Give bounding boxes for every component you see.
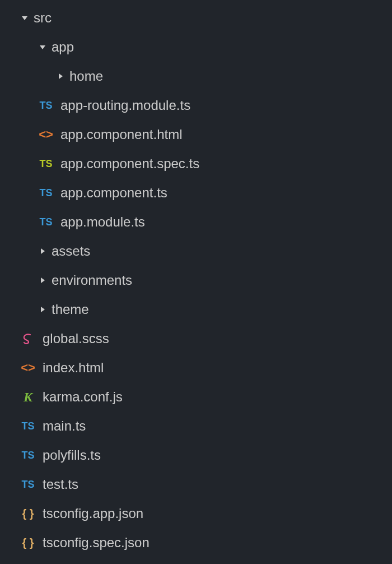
- chevron-right-icon: [37, 306, 48, 313]
- karma-icon: K: [19, 390, 37, 405]
- typescript-icon: TS: [19, 450, 37, 461]
- scss-icon: [19, 332, 37, 345]
- file-test-ts[interactable]: TS test.ts: [0, 470, 392, 499]
- file-label: tsconfig.spec.json: [43, 535, 150, 551]
- file-label: tsconfig.app.json: [43, 506, 143, 521]
- file-app-module[interactable]: TS app.module.ts: [0, 207, 392, 237]
- json-icon: { }: [19, 507, 37, 520]
- folder-assets[interactable]: assets: [0, 237, 392, 266]
- chevron-down-icon: [37, 44, 48, 50]
- folder-label: environments: [52, 272, 132, 288]
- folder-app[interactable]: app: [0, 33, 392, 62]
- file-index-html[interactable]: <> index.html: [0, 353, 392, 382]
- chevron-down-icon: [19, 15, 30, 21]
- html-icon: <>: [19, 360, 37, 375]
- file-label: app.module.ts: [60, 214, 145, 230]
- file-global-scss[interactable]: global.scss: [0, 324, 392, 353]
- folder-theme[interactable]: theme: [0, 295, 392, 324]
- chevron-right-icon: [37, 248, 48, 255]
- typescript-icon: TS: [19, 420, 37, 432]
- file-label: app.component.spec.ts: [60, 156, 199, 172]
- folder-label: src: [34, 10, 52, 26]
- folder-src[interactable]: src: [0, 3, 392, 33]
- folder-label: home: [69, 68, 103, 84]
- file-label: karma.conf.js: [43, 389, 123, 405]
- file-app-component-html[interactable]: <> app.component.html: [0, 120, 392, 149]
- file-label: global.scss: [43, 331, 109, 346]
- file-app-routing-module[interactable]: TS app-routing.module.ts: [0, 91, 392, 120]
- file-label: app-routing.module.ts: [60, 98, 190, 113]
- folder-label: app: [52, 39, 74, 55]
- file-tsconfig-spec[interactable]: { } tsconfig.spec.json: [0, 528, 392, 557]
- folder-home[interactable]: home: [0, 62, 392, 91]
- file-tsconfig-app[interactable]: { } tsconfig.app.json: [0, 499, 392, 528]
- typescript-icon: TS: [19, 479, 37, 491]
- file-polyfills-ts[interactable]: TS polyfills.ts: [0, 441, 392, 470]
- json-icon: { }: [19, 537, 37, 549]
- file-karma-conf[interactable]: K karma.conf.js: [0, 382, 392, 412]
- file-label: polyfills.ts: [43, 447, 101, 463]
- folder-environments[interactable]: environments: [0, 266, 392, 295]
- typescript-icon: TS: [37, 216, 55, 228]
- file-label: index.html: [43, 360, 104, 376]
- file-label: main.ts: [43, 418, 86, 434]
- chevron-right-icon: [55, 73, 66, 80]
- typescript-icon: TS: [37, 100, 55, 112]
- file-app-component-spec[interactable]: TS app.component.spec.ts: [0, 149, 392, 178]
- chevron-right-icon: [37, 277, 48, 284]
- folder-label: theme: [52, 302, 89, 317]
- typescript-spec-icon: TS: [37, 158, 55, 170]
- file-label: test.ts: [43, 477, 78, 492]
- file-app-component-ts[interactable]: TS app.component.ts: [0, 178, 392, 207]
- folder-label: assets: [52, 243, 90, 259]
- html-icon: <>: [37, 127, 55, 142]
- file-main-ts[interactable]: TS main.ts: [0, 412, 392, 441]
- typescript-icon: TS: [37, 187, 55, 199]
- file-label: app.component.html: [60, 127, 182, 142]
- file-label: app.component.ts: [60, 185, 167, 201]
